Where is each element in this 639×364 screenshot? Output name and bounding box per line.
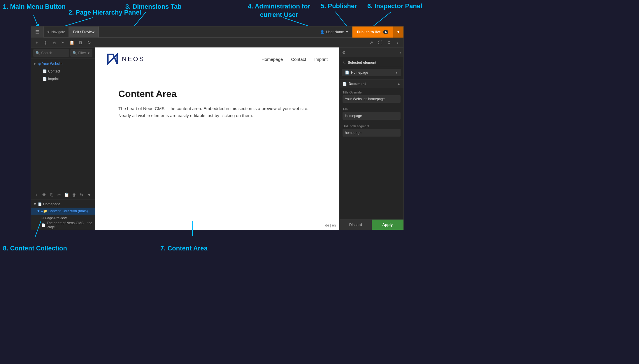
copy-button[interactable]: ⎘ <box>51 39 58 46</box>
inspector-toolbar: ⚙ › <box>340 47 403 57</box>
selected-label: Selected element <box>348 61 376 65</box>
forward-icon[interactable]: › <box>394 39 401 46</box>
site-label: Your Website <box>42 62 63 66</box>
bt-chevron-icon[interactable]: ▼ <box>86 191 92 198</box>
settings-icon[interactable]: ⚙ <box>385 39 392 46</box>
svg-marker-0 <box>108 54 117 64</box>
bt-paste-icon[interactable]: 📋 <box>64 191 70 198</box>
secondary-toolbar: + ◎ ⎘ ✂ 📋 🗑 ↻ ↗ ⛶ ⚙ › <box>31 38 403 47</box>
inspector-arrow-icon[interactable]: › <box>400 50 401 55</box>
search-icon: 🔍 <box>36 51 40 55</box>
bt-content-collection[interactable]: ▼ ▸📁 Content Collection (main) <box>31 208 95 215</box>
filter-label: Filter <box>78 51 86 55</box>
preview-nav-links: Homepage Contact Imprint <box>261 57 328 62</box>
discard-button[interactable]: Discard <box>340 220 372 230</box>
bt-cc-label: Content Collection (main) <box>48 209 88 213</box>
filter-box[interactable]: 🔍 Filter ▼ <box>70 49 92 57</box>
refresh-button[interactable]: ↻ <box>86 39 93 46</box>
element-selector-dropdown[interactable]: 📄 Homepage ▼ <box>342 69 401 76</box>
bt-copy-icon[interactable]: ⎘ <box>48 191 55 198</box>
apply-button[interactable]: Apply <box>372 220 404 230</box>
title-override-value[interactable]: Your Websites homepage. <box>343 95 401 103</box>
bt-heart-item[interactable]: 📄 The heart of Neos-CMS – the Page.... <box>31 222 95 229</box>
bt-page-preview[interactable]: H Page-Preview <box>31 215 95 222</box>
doc-section-collapse-icon[interactable]: ▲ <box>397 82 401 86</box>
navigate-button[interactable]: ✈ Navigate <box>44 26 69 38</box>
lang-de[interactable]: de <box>325 223 329 227</box>
doc-section-label: Document <box>349 82 366 86</box>
title-override-label: Title Override <box>343 91 401 94</box>
preview-area: NEOS Homepage Contact Imprint Content Ar… <box>95 47 339 230</box>
doc-section-icon: 📄 <box>343 82 347 86</box>
annotation-7: 7. Content Area <box>160 245 208 252</box>
publish-badge: 4 <box>383 30 388 34</box>
user-menu-button[interactable]: 👤 User Name ▼ <box>317 26 352 38</box>
bt-expand-icon: ▼ <box>33 202 37 206</box>
fullscreen-icon[interactable]: ⛶ <box>377 39 384 46</box>
preview-navbar: NEOS Homepage Contact Imprint <box>95 47 339 71</box>
edit-preview-button[interactable]: Edit / Preview <box>69 26 99 38</box>
navigate-icon: ✈ <box>47 30 50 34</box>
bottom-tree: ▼ 📄 Homepage ▼ ▸📁 Content Collection (ma… <box>31 199 95 230</box>
add-button[interactable]: + <box>33 39 40 46</box>
publish-dropdown-button[interactable]: ▼ <box>393 26 403 38</box>
nav-imprint[interactable]: Imprint <box>314 57 328 62</box>
bt-cut-icon[interactable]: ✂ <box>56 191 62 198</box>
bt-homepage[interactable]: ▼ 📄 Homepage <box>31 201 95 208</box>
bt-add-icon[interactable]: + <box>33 191 40 198</box>
cut-button[interactable]: ✂ <box>59 39 66 46</box>
annotation-2: 2. Page Hierarchy Panel <box>69 9 141 16</box>
bt-refresh-icon[interactable]: ↻ <box>78 191 85 198</box>
page-tree: ▼ ◎ Your Website 📄 Contact 📄 Imprint <box>31 59 95 190</box>
annotation-5: 5. Publisher <box>321 2 357 10</box>
preview-inner: NEOS Homepage Contact Imprint Content Ar… <box>95 47 339 230</box>
bt-page-icon: 📄 <box>38 202 42 206</box>
user-name-label: User Name <box>326 30 344 34</box>
annotation-1: 1. Main Menu Button <box>3 3 66 10</box>
bt-pp-label: Page-Preview <box>45 216 67 220</box>
annotation-6: 6. Inspector Panel <box>367 2 422 10</box>
element-name-label: Homepage <box>351 70 368 75</box>
url-path-value[interactable]: homepage <box>343 129 401 137</box>
lang-en[interactable]: en <box>332 223 336 227</box>
search-box[interactable]: 🔍 <box>33 49 69 57</box>
publish-label: Publish to live <box>357 30 381 34</box>
bt-homepage-label: Homepage <box>43 202 60 206</box>
scroll-button[interactable]: ◎ <box>42 39 49 46</box>
nav-contact[interactable]: Contact <box>291 57 306 62</box>
document-section: 📄 Document ▲ Title Override Your Website… <box>340 79 403 139</box>
tb-right-icons: ↗ ⛶ ⚙ › <box>368 39 401 46</box>
bt-eye-icon[interactable]: 👁 <box>41 191 47 198</box>
page-icon-imprint: 📄 <box>43 77 47 81</box>
search-input[interactable] <box>41 51 67 55</box>
element-chevron-icon: ▼ <box>395 71 398 74</box>
bt-delete-icon[interactable]: 🗑 <box>71 191 77 198</box>
inspector-settings-icon[interactable]: ⚙ <box>342 50 346 55</box>
tree-item-site[interactable]: ▼ ◎ Your Website <box>31 60 95 68</box>
main-ui: ☰ ✈ Navigate Edit / Preview 👤 User Name … <box>31 26 404 230</box>
publish-dropdown-icon: ▼ <box>397 30 400 34</box>
tree-item-contact[interactable]: 📄 Contact <box>31 68 95 75</box>
title-value[interactable]: Homepage <box>343 112 401 120</box>
preview-logo: NEOS <box>107 53 145 65</box>
title-label: Title <box>343 107 401 111</box>
doc-section-header[interactable]: 📄 Document ▲ <box>340 79 403 88</box>
nav-homepage[interactable]: Homepage <box>261 57 283 62</box>
page-icon-contact: 📄 <box>43 69 47 73</box>
inspector-bottom: Discard Apply <box>340 219 403 230</box>
site-icon: ◎ <box>38 62 41 66</box>
menu-button[interactable]: ☰ <box>31 26 44 38</box>
user-chevron-icon: ▼ <box>346 30 349 33</box>
inspector-panel: ⚙ › ↖ Selected element 📄 Homepage ▼ <box>339 47 403 230</box>
sidebar-search-bar: 🔍 🔍 Filter ▼ <box>31 47 95 59</box>
expand-arrow-icon: ▼ <box>33 62 37 66</box>
neos-wordmark: NEOS <box>122 55 145 63</box>
delete-button[interactable]: 🗑 <box>77 39 84 46</box>
navigate-label: Navigate <box>51 30 65 34</box>
paste-button[interactable]: 📋 <box>68 39 75 46</box>
language-switcher[interactable]: de | en <box>325 223 336 227</box>
tree-item-imprint[interactable]: 📄 Imprint <box>31 75 95 83</box>
inspector-actions: Discard Apply <box>340 220 403 230</box>
external-link-icon[interactable]: ↗ <box>368 39 375 46</box>
publish-button[interactable]: Publish to live 4 <box>352 26 393 38</box>
